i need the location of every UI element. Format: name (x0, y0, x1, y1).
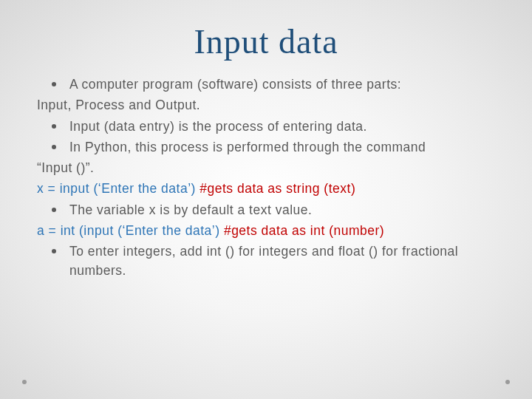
continuation-text: “Input ()”. (37, 158, 495, 177)
bullet-item: A computer program (software) consists o… (37, 75, 495, 94)
bullet-text: In Python, this process is performed thr… (69, 137, 495, 157)
bullet-text: A computer program (software) consists o… (69, 75, 495, 94)
code-comment-red: #gets data as int (number) (224, 223, 384, 238)
bullet-text: Input (data entry) is the process of ent… (69, 117, 495, 136)
bullet-icon (52, 82, 56, 86)
bullet-text: The variable x is by default a text valu… (69, 200, 495, 219)
code-blue: a = int (input (‘Enter the data’) (37, 223, 224, 238)
decorative-dot-icon (505, 380, 510, 384)
slide-body: A computer program (software) consists o… (37, 75, 495, 281)
bullet-item: To enter integers, add int () for intege… (37, 242, 495, 281)
bullet-item: The variable x is by default a text valu… (37, 200, 495, 219)
code-comment-red: #gets data as string (text) (200, 181, 355, 196)
decorative-dot-icon (22, 380, 27, 384)
continuation-text: Input, Process and Output. (37, 95, 495, 115)
bullet-text: To enter integers, add int () for intege… (69, 242, 495, 281)
slide: Input data A computer program (software)… (0, 0, 532, 399)
code-blue: x = input (‘Enter the data’) (37, 181, 200, 196)
bullet-icon (52, 124, 56, 129)
code-example: x = input (‘Enter the data’) #gets data … (37, 179, 495, 198)
bullet-icon (52, 145, 56, 149)
slide-title: Input data (37, 22, 495, 61)
bullet-item: Input (data entry) is the process of ent… (37, 117, 495, 136)
bullet-icon (52, 208, 56, 212)
bullet-item: In Python, this process is performed thr… (37, 137, 495, 157)
code-example: a = int (input (‘Enter the data’) #gets … (37, 221, 495, 240)
bullet-icon (52, 249, 56, 253)
